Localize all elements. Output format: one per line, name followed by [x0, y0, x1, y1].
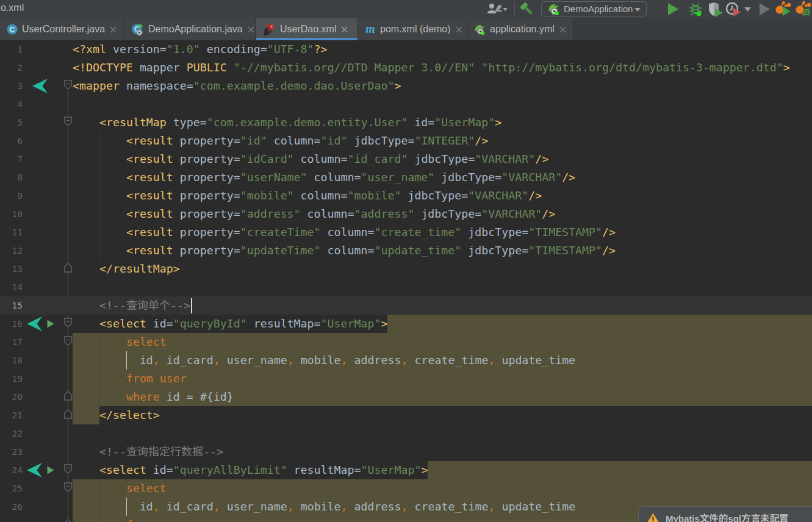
cjk-glyph — [137, 446, 148, 457]
tab-userdao-xml[interactable]: UserDao.xml — [256, 18, 358, 40]
gutter-run-icon[interactable] — [47, 466, 54, 474]
fold-start-marker[interactable] — [63, 336, 73, 346]
mybatis-jump-icon[interactable] — [27, 316, 43, 331]
editor-line-8[interactable]: 8 <result property="userName" column="us… — [0, 168, 812, 187]
debug-button[interactable] — [687, 0, 704, 18]
debug-bug-icon — [688, 2, 703, 16]
fold-start-marker[interactable] — [63, 464, 73, 474]
editor-line-17[interactable]: 17 select — [0, 333, 812, 351]
fold-start-marker[interactable] — [63, 464, 73, 477]
cjk-glyph — [137, 299, 148, 310]
line-number: 3 — [0, 77, 23, 95]
editor-line-4[interactable]: 4 — [0, 95, 812, 113]
tab-close-icon[interactable] — [247, 26, 255, 34]
code-text: <result property="mobile" column="mobile… — [73, 187, 812, 205]
editor-line-9[interactable]: 9 <result property="mobile" column="mobi… — [0, 187, 812, 205]
run-statement-icon[interactable] — [47, 466, 54, 474]
fold-end-marker[interactable] — [63, 409, 73, 422]
profile-run-button[interactable] — [774, 0, 792, 18]
tab-close-icon[interactable] — [559, 26, 567, 34]
fold-end-marker[interactable] — [63, 263, 73, 276]
editor-line-21[interactable]: 21 </select> — [0, 406, 812, 424]
editor-line-16[interactable]: 16 <select id="queryById" resultMap="Use… — [0, 315, 812, 333]
editor-line-10[interactable]: 10 <result property="address" column="ad… — [0, 205, 812, 223]
profiler-debug-icon — [794, 1, 811, 17]
fold-end-marker[interactable] — [63, 519, 73, 522]
editor-line-19[interactable]: 19 from user — [0, 370, 812, 388]
run-statement-icon[interactable] — [47, 320, 54, 328]
mybatis-file-icon — [262, 23, 276, 36]
editor-line-2[interactable]: 2<!DOCTYPE mapper PUBLIC "-//mybatis.org… — [0, 59, 812, 77]
indent-guide — [99, 223, 100, 241]
fold-start-marker[interactable] — [63, 318, 73, 331]
indent-guide — [99, 205, 100, 223]
indent-guide — [99, 388, 100, 406]
editor-line-12[interactable]: 12 <result property="updateTime" column=… — [0, 241, 812, 260]
fold-start-marker[interactable] — [63, 336, 73, 349]
editor-line-23[interactable]: 23 <!----> — [0, 443, 812, 461]
fold-end-marker[interactable] — [63, 409, 73, 420]
line-number: 17 — [0, 333, 23, 351]
tab-demoapplication-java[interactable]: CDemoApplication.java — [125, 18, 256, 40]
profile-button[interactable] — [725, 0, 742, 18]
run-button[interactable] — [665, 0, 681, 18]
mybatis-jump-icon[interactable] — [27, 463, 43, 477]
editor-line-3[interactable]: 3<mapper namespace="com.example.demo.dao… — [0, 77, 812, 95]
tab-label: UserController.java — [22, 24, 105, 35]
fold-end-marker[interactable] — [63, 263, 73, 273]
editor-line-1[interactable]: 1<?xml version="1.0" encoding="UTF-8"?> — [0, 40, 812, 59]
run-disabled-button[interactable] — [756, 0, 772, 18]
editor-line-6[interactable]: 6 <result property="id" column="id" jdbc… — [0, 132, 812, 150]
user-account-button[interactable] — [486, 0, 509, 18]
run-configuration-select[interactable]: DemoApplication — [541, 1, 647, 16]
tab-close-icon[interactable] — [109, 26, 117, 34]
gutter-mybatis-arrow[interactable] — [27, 316, 43, 331]
fold-end-marker[interactable] — [63, 391, 73, 404]
profile-chevron-button[interactable] — [742, 0, 753, 18]
notification-balloon[interactable]: Mybatissql — [638, 506, 812, 522]
gutter-run-icon[interactable] — [47, 320, 54, 328]
notification-text: Mybatissql — [666, 513, 789, 522]
editor-line-20[interactable]: 20 where id = #{id} — [0, 388, 812, 406]
code-text: <result property="id" column="id" jdbcTy… — [73, 132, 812, 150]
gutter-mybatis-arrow[interactable] — [27, 463, 43, 477]
fold-start-marker[interactable] — [63, 116, 73, 129]
tab-usercontroller-java[interactable]: CUserController.java — [0, 18, 125, 40]
fold-start-marker[interactable] — [63, 482, 73, 493]
tab-close-icon[interactable] — [455, 26, 463, 34]
editor-line-24[interactable]: 24 <select id="queryAllByLimit" resultMa… — [0, 461, 812, 479]
line-number: 21 — [0, 406, 23, 424]
editor-line-5[interactable]: 5 <resultMap type="com.example.demo.enti… — [0, 113, 812, 132]
fold-start-marker[interactable] — [63, 482, 73, 495]
line-number: 10 — [0, 205, 23, 223]
editor-line-13[interactable]: 13 </resultMap> — [0, 260, 812, 278]
fold-end-marker[interactable] — [63, 391, 73, 401]
fold-start-marker[interactable] — [63, 80, 73, 90]
chevron-down-icon — [634, 7, 641, 12]
fold-start-marker[interactable] — [63, 80, 73, 93]
editor-line-18[interactable]: 18 id, id_card, user_name, mobile, addre… — [0, 351, 812, 370]
build-project-button[interactable] — [519, 0, 536, 18]
cjk-glyph — [159, 299, 170, 310]
editor-line-7[interactable]: 7 <result property="idCard" column="id_c… — [0, 150, 812, 168]
fold-start-marker[interactable] — [63, 116, 73, 127]
line-number: 20 — [0, 388, 23, 406]
mybatis-jump-icon[interactable] — [32, 79, 48, 93]
line-number: 13 — [0, 260, 23, 278]
editor-line-11[interactable]: 11 <result property="createTime" column=… — [0, 223, 812, 241]
run-with-coverage-button[interactable] — [706, 0, 724, 18]
gutter-mybatis-arrow[interactable] — [32, 79, 48, 93]
profile-debug-button[interactable] — [794, 0, 812, 18]
line-number: 19 — [0, 370, 23, 388]
editor-line-15[interactable]: 15 <!----> — [0, 296, 812, 315]
tab-close-icon[interactable] — [340, 26, 348, 34]
editor-line-25[interactable]: 25 select — [0, 479, 812, 498]
editor-line-22[interactable]: 22 — [0, 424, 812, 443]
tab-application-yml[interactable]: application.yml — [467, 18, 573, 40]
editor-line-14[interactable]: 14 — [0, 278, 812, 296]
tab-pom-xml-demo-[interactable]: mpom.xml (demo) — [358, 18, 467, 40]
fold-start-marker[interactable] — [63, 318, 73, 328]
code-text: <result property="userName" column="user… — [73, 168, 812, 187]
fold-end-marker[interactable] — [63, 519, 73, 522]
code-editor[interactable]: 1<?xml version="1.0" encoding="UTF-8"?>2… — [0, 40, 812, 522]
